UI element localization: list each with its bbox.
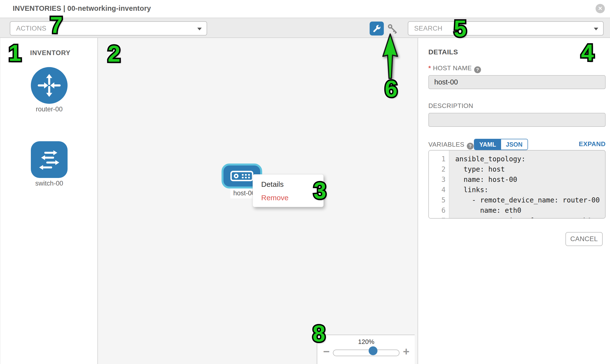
annotation-number-8: 8 [312,320,325,347]
code-line: name: eth0 [455,205,605,216]
sidebar-item-label: switch-00 [13,180,86,187]
search-dropdown[interactable]: SEARCH [408,21,604,36]
toolbar: ACTIONS SEARCH [0,18,610,38]
zoom-control-panel: 120% − + [317,335,415,364]
sidebar-heading: INVENTORY [30,49,70,57]
annotation-number-1: 1 [9,40,21,66]
chevron-down-icon [197,28,202,30]
code-line: - remote_device_name: router-00 [455,195,605,205]
key-icon [387,24,398,34]
zoom-slider-track[interactable] [333,350,400,356]
variables-code-editor[interactable]: 1 2 3 4 5 6 7 ansible_topology: type: ho… [428,150,606,219]
zoom-slider-thumb[interactable] [369,346,377,355]
host-name-input[interactable] [428,75,606,89]
host-icon [230,170,254,182]
zoom-out-button[interactable]: − [323,345,330,358]
editor-code-area[interactable]: ansible_topology: type: host name: host-… [449,151,605,218]
code-line: links: [455,185,605,195]
help-icon[interactable]: ? [474,66,481,73]
router-icon [37,73,62,98]
page-title: INVENTORIES | 00-networking-inventory [13,4,151,13]
toggle-yaml[interactable]: YAML [474,139,501,150]
actions-dropdown[interactable]: ACTIONS [10,21,207,36]
details-heading: DETAILS [428,48,458,56]
zoom-level-value: 120% [317,338,415,346]
help-icon[interactable]: ? [467,143,474,150]
close-glyph: ✕ [598,5,602,12]
variables-label: VARIABLES? [428,141,474,150]
actions-dropdown-label: ACTIONS [16,25,47,32]
sidebar-item-label: router-00 [13,105,86,113]
zoom-in-button[interactable]: + [403,345,410,358]
chevron-down-icon [594,28,598,30]
cancel-button[interactable]: CANCEL [565,232,603,246]
description-label: DESCRIPTION [428,102,473,110]
annotation-arrow-icon [381,33,399,80]
code-line: ansible_topology: [455,154,605,164]
context-menu: Details Remove [253,174,324,207]
details-panel: DETAILS *HOST NAME? DESCRIPTION VARIABLE… [418,38,610,364]
host-name-label: *HOST NAME? [428,64,481,73]
code-line: type: host [455,164,605,175]
context-menu-item-details[interactable]: Details [253,178,323,191]
header: INVENTORIES | 00-networking-inventory ✕ [0,0,610,18]
annotation-number-3: 3 [313,178,326,204]
annotation-number-7: 7 [50,12,63,39]
inventory-sidebar: INVENTORY router-00 [0,38,98,364]
close-icon[interactable]: ✕ [596,4,605,13]
annotation-number-2: 2 [108,41,120,67]
toggle-json[interactable]: JSON [501,139,528,150]
inventory-topology-window: INVENTORIES | 00-networking-inventory ✕ … [0,0,610,364]
expand-link[interactable]: EXPAND [579,140,606,148]
annotation-number-4: 4 [581,39,594,66]
annotation-number-5: 5 [454,15,467,42]
topology-canvas[interactable]: host-00 Details Remove 120% − + [98,38,418,364]
editor-line-numbers: 1 2 3 4 5 6 7 [429,151,449,218]
code-line: name: host-00 [455,175,605,185]
wrench-icon [372,24,381,33]
sidebar-item-switch[interactable] [31,141,67,178]
context-menu-item-remove[interactable]: Remove [253,191,323,204]
switch-icon [37,147,61,172]
search-dropdown-label: SEARCH [414,25,442,32]
variables-format-toggle: YAML JSON [474,139,528,150]
code-line: remote_interface_name: eth0 [455,216,605,219]
sidebar-item-router[interactable] [31,67,67,104]
key-button[interactable] [386,23,399,34]
required-asterisk: * [428,64,431,72]
description-input[interactable] [428,113,606,127]
variables-row: VARIABLES? YAML JSON EXPAND [428,139,606,150]
